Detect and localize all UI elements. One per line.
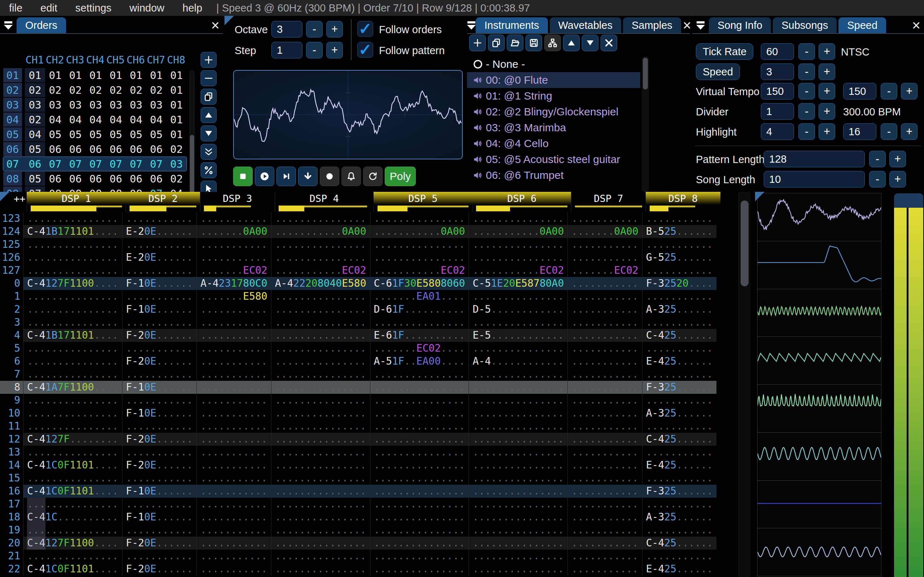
order-cell[interactable]: 07 <box>106 157 126 171</box>
pattern-cell[interactable]: A-51F..EA00.... <box>370 355 469 368</box>
poly-button[interactable]: Poly <box>385 167 416 186</box>
follow-pattern-checkbox[interactable]: ✓ <box>357 42 373 58</box>
speed-button[interactable]: Speed <box>696 63 740 80</box>
collapse-icon[interactable] <box>692 17 709 33</box>
tab-song-info[interactable]: Song Info <box>709 17 771 33</box>
pattern-cell[interactable]: ........... <box>567 277 642 290</box>
pattern-cell[interactable]: ........... <box>122 446 196 459</box>
metronome-button[interactable] <box>341 167 361 186</box>
order-cell[interactable]: 01 <box>65 68 86 82</box>
pattern-cell[interactable]: ............... <box>271 316 370 329</box>
order-cell[interactable]: 04 <box>146 113 166 127</box>
close-icon[interactable]: × <box>683 19 691 32</box>
pattern-cell[interactable]: ........... <box>567 238 642 251</box>
pattern-cell[interactable]: F-20E...... <box>122 459 196 472</box>
pattern-cell[interactable]: ............... <box>271 368 370 381</box>
pattern-cell[interactable]: ............... <box>370 433 469 446</box>
pattern-cell[interactable]: ........... <box>567 459 642 472</box>
pattern-cell[interactable]: .......0A00 <box>567 225 642 238</box>
order-cell[interactable]: 06 <box>45 172 65 186</box>
channel-header-dsp3[interactable]: DSP 3 <box>200 192 274 212</box>
pattern-cell[interactable]: ........... <box>122 316 196 329</box>
pattern-cell[interactable]: ...........0A00 <box>370 225 469 238</box>
menu-item-file[interactable]: file <box>0 2 31 14</box>
pattern-cell[interactable]: ........... <box>642 264 716 277</box>
pattern-cell[interactable]: ............... <box>271 238 370 251</box>
pattern-cell[interactable]: ........... <box>642 316 716 329</box>
tab-orders[interactable]: Orders <box>16 17 66 33</box>
order-cell[interactable]: 07 <box>126 157 146 171</box>
order-cell[interactable]: 06 <box>86 172 106 186</box>
pattern-cell[interactable]: C-51E20E58780A0 <box>468 277 567 290</box>
pattern-cell[interactable]: ............... <box>370 524 469 537</box>
pattern-cell[interactable]: D-5............ <box>468 303 567 316</box>
step-decrement-button[interactable]: - <box>306 42 323 58</box>
order-cell[interactable]: 07 <box>45 157 65 171</box>
toggle-folders-icon[interactable] <box>544 35 561 51</box>
order-cell[interactable]: 02 <box>146 83 166 97</box>
instrument-item[interactable]: 06: @6 Trumpet <box>467 167 640 183</box>
pattern-cell[interactable]: ........... <box>642 368 716 381</box>
orders-row[interactable]: 050405050505050501 <box>3 127 187 142</box>
highlight-first-input[interactable]: 4 <box>761 123 794 140</box>
pattern-cell[interactable]: ........... <box>642 472 716 485</box>
orders-row[interactable]: 030303030303030301 <box>3 97 187 112</box>
step-increment-button[interactable]: + <box>326 42 343 58</box>
order-cell[interactable]: 02 <box>25 83 45 97</box>
pattern-cell[interactable]: ............... <box>271 212 370 225</box>
order-cell[interactable]: 05 <box>25 172 45 186</box>
pattern-cell[interactable]: ............... <box>23 355 122 368</box>
pattern-cell[interactable]: F-10E...... <box>122 407 196 420</box>
pattern-cell[interactable]: ............... <box>271 511 370 524</box>
order-cell[interactable]: 07 <box>146 157 166 171</box>
pattern-cell[interactable]: ............... <box>468 381 567 394</box>
delete-icon[interactable] <box>601 35 617 51</box>
channel-header-dsp1[interactable]: DSP 1 <box>27 192 126 212</box>
pattern-cell[interactable]: ........... <box>196 355 271 368</box>
instrument-item[interactable]: 03: @3 Marimba <box>467 120 640 135</box>
pattern-cell[interactable]: A-4231780C0 <box>196 277 271 290</box>
pattern-cell[interactable]: ........... <box>642 550 716 562</box>
clone-icon[interactable] <box>488 35 505 51</box>
pattern-cell[interactable]: ............... <box>468 511 567 524</box>
pattern-cell[interactable]: ...........EC02 <box>271 264 370 277</box>
pattern-cell[interactable]: C-41C0F1101.... <box>23 459 122 472</box>
pattern-cell[interactable]: ............... <box>370 562 469 575</box>
pattern-cell[interactable]: ............... <box>23 472 122 485</box>
menu-item-help[interactable]: help <box>174 2 212 14</box>
order-cell[interactable]: 03 <box>146 98 166 112</box>
pattern-cell[interactable]: ............... <box>271 303 370 316</box>
pattern-cell[interactable]: ............... <box>271 446 370 459</box>
move-up-icon[interactable] <box>563 35 580 51</box>
play-from-cursor-button[interactable] <box>276 167 296 186</box>
order-cell[interactable]: 05 <box>45 127 65 141</box>
pattern-cell[interactable]: C-425...... <box>642 329 716 342</box>
pattern-cell[interactable]: ............... <box>370 316 469 329</box>
menu-item-edit[interactable]: edit <box>31 2 66 14</box>
order-cell[interactable]: 06 <box>86 142 106 156</box>
pattern-cell[interactable]: ...........EC02 <box>370 264 469 277</box>
pattern-cell[interactable]: ........... <box>196 394 271 407</box>
pattern-cell[interactable]: ........... <box>567 290 642 303</box>
pattern-cell[interactable]: ........... <box>567 368 642 381</box>
order-cell[interactable]: 06 <box>126 142 146 156</box>
pattern-cell[interactable]: ........... <box>196 316 271 329</box>
pattern-cell[interactable]: ........... <box>567 485 642 498</box>
tab-subsongs[interactable]: Subsongs <box>773 17 837 33</box>
move-up-icon[interactable] <box>201 107 216 123</box>
pattern-cell[interactable]: .......0A00 <box>196 225 271 238</box>
pattern-cell[interactable]: ........... <box>642 420 716 433</box>
pattern-cell[interactable]: ...........0A00 <box>468 225 567 238</box>
pattern-cell[interactable]: ............... <box>468 290 567 303</box>
pattern-cell[interactable]: F-325...... <box>642 485 716 498</box>
pattern-cell[interactable]: ............... <box>23 407 122 420</box>
channel-header-dsp6[interactable]: DSP 6 <box>472 192 571 212</box>
song-length-decrement-button[interactable]: - <box>869 171 886 187</box>
pattern-cell[interactable]: ............... <box>370 381 469 394</box>
pattern-cell[interactable]: ............... <box>468 316 567 329</box>
virtual-tempo-den-decrement-button[interactable]: - <box>881 83 897 100</box>
pattern-cell[interactable]: ........... <box>567 511 642 524</box>
pattern-cell[interactable]: F-20E...... <box>122 537 196 550</box>
pattern-cell[interactable]: ........... <box>567 394 642 407</box>
channel-header-dsp4[interactable]: DSP 4 <box>275 192 373 212</box>
